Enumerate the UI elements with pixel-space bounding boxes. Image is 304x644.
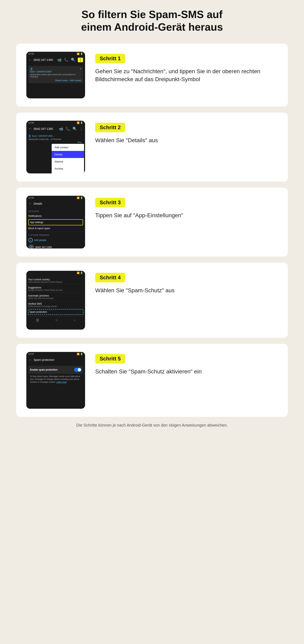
footer-text: Die Schritte können je nach Android-Gerä… xyxy=(76,423,228,427)
time-3: 12:04 xyxy=(28,196,34,199)
dropdown-menu: Add contact Details Starred Archive Dele… xyxy=(52,144,84,174)
step-4-content: Schritt 4 Wählen Sie "Spam-Schutz" aus xyxy=(95,271,278,294)
spam-toggle[interactable] xyxy=(74,368,81,372)
pref-spam[interactable]: Spam protection xyxy=(28,309,83,315)
call-icon-2: 📞 xyxy=(66,126,70,131)
header-icons-2: 📹 📞 🔍 ⋮ xyxy=(59,126,83,131)
pref-suggestions: Suggestions Google Assistant, Smart Repl… xyxy=(28,285,83,293)
back-arrow-1: ← xyxy=(28,58,32,62)
add-people-row[interactable]: + Add people xyxy=(28,237,83,244)
call-icon: 📞 xyxy=(64,58,68,62)
title-line2: einem Android-Gerät heraus xyxy=(81,21,223,33)
menu-archive[interactable]: Archive xyxy=(52,165,84,172)
options-label: OPTIONS xyxy=(28,210,83,213)
video-icon: 📹 xyxy=(57,58,62,62)
time-5: 12:07 xyxy=(28,353,34,355)
header-title-3: Details xyxy=(34,202,83,205)
status-icons-3: 📶 🔋 xyxy=(77,196,83,199)
step-4-card: 📶 🔋 Your current country Automatically d… xyxy=(16,263,288,338)
step1-buttons: Report spam Add contact xyxy=(30,79,81,82)
menu-add-contact[interactable]: Add contact xyxy=(52,144,84,151)
learn-more-link[interactable]: Learn more xyxy=(56,381,67,383)
status-bar-1: 12:03 📶 🔋 xyxy=(26,52,85,56)
person-number: (844) 347-1360 xyxy=(35,246,52,248)
other-person-label: 1 OTHER PERSON xyxy=(28,233,83,237)
step-5-card: 12:07 📶 🔋 ← Spam protection Enable spam … xyxy=(16,344,288,417)
step-5-phone: 12:07 📶 🔋 ← Spam protection Enable spam … xyxy=(26,352,85,409)
person-row: 👤 (844) 347-1360 xyxy=(28,244,83,248)
back-arrow-2: ← xyxy=(28,126,32,131)
step-1-badge: Schritt 1 xyxy=(95,54,125,63)
title-line1: So filtern Sie Spam-SMS auf xyxy=(81,8,222,20)
spam-header-title: Spam protection xyxy=(34,358,54,362)
three-dot-icon-2[interactable]: ⋮ xyxy=(79,126,83,131)
pref-verified: Verified SMS Verify business message sen… xyxy=(28,301,83,309)
phone-header-1: ← (844) 347-1360 📹 📞 🔍 ⋮ xyxy=(26,56,85,64)
report-spam-btn[interactable]: Report spam xyxy=(55,79,68,82)
notif-title: Save +18443471360? xyxy=(30,70,81,73)
saving-text: Saving this contact als... to Personal xyxy=(28,138,83,140)
block-report-item[interactable]: Block & report spam xyxy=(28,225,83,232)
add-circle-icon: + xyxy=(28,238,33,242)
step-2-badge: Schritt 2 xyxy=(95,123,125,132)
three-dot-icon[interactable]: ⋮ xyxy=(78,58,83,62)
status-bar-5: 12:07 📶 🔋 xyxy=(26,352,85,356)
page-title: So filtern Sie Spam-SMS auf einem Androi… xyxy=(16,8,288,34)
add-people-text: Add people xyxy=(34,239,46,242)
back-arrow-3: ← xyxy=(28,202,32,206)
add-contact-btn[interactable]: Add contact xyxy=(70,79,81,82)
spam-desc-text: To help detect spam, Messages sends some… xyxy=(30,375,80,383)
step-5-text: Schalten Sie "Spam-Schutz aktivieren" ei… xyxy=(95,368,278,376)
bottom-nav: ||| ○ ‹ xyxy=(28,316,83,323)
search-icon-2: 🔍 xyxy=(73,126,77,131)
step-3-text: Tippen Sie auf "App-Einstellungen" xyxy=(95,211,278,219)
status-icons-4: 📶 🔋 xyxy=(77,272,83,274)
step-5-content: Schritt 5 Schalten Sie "Spam-Schutz akti… xyxy=(95,352,278,376)
home-icon: ||| xyxy=(36,318,39,322)
search-icon: 🔍 xyxy=(71,58,75,62)
step-4-badge: Schritt 4 xyxy=(95,273,125,282)
phone-header-3: ← Details xyxy=(26,200,85,208)
notif-sub: Saving this contact also moves the conve… xyxy=(30,74,81,78)
app-settings-item[interactable]: App settings xyxy=(28,219,83,225)
time-2: 12:04 xyxy=(28,122,34,124)
status-icons-1: 📶 🔋 xyxy=(77,52,83,55)
phone-body-1: 👤 ✕ Save +18443471360? Saving this conta… xyxy=(26,64,85,86)
pref-previews: Automatic previews Show only web link pr… xyxy=(28,293,83,301)
person-avatar: 👤 xyxy=(28,244,34,248)
save-notification: 👤 ✕ Save +18443471360? Saving this conta… xyxy=(28,66,83,83)
header-title-2: (844) 347-1360 xyxy=(34,127,57,130)
time-1: 12:03 xyxy=(28,52,34,55)
step-1-text: Gehen Sie zu "Nachrichten", und tippen S… xyxy=(95,67,278,83)
step-2-text: Wählen Sie "Details" aus xyxy=(95,136,278,144)
save-contact-label: 👤 Save +18443471360... xyxy=(28,135,83,137)
step-3-content: Schritt 3 Tippen Sie auf "App-Einstellun… xyxy=(95,196,278,219)
step-3-phone: 12:04 📶 🔋 ← Details OPTIONS Notification… xyxy=(26,196,85,248)
phone-header-2: ← (844) 347-1360 📹 📞 🔍 ⋮ xyxy=(26,125,85,133)
spam-desc: To help detect spam, Messages sends some… xyxy=(28,375,83,384)
back-arrow-5: ← xyxy=(28,358,32,362)
notifications-item[interactable]: Notifications xyxy=(28,213,83,219)
step-1-phone: 12:03 📶 🔋 ← (844) 347-1360 📹 📞 🔍 ⋮ 👤 ✕ S… xyxy=(26,52,85,98)
status-bar-4: 📶 🔋 xyxy=(26,271,85,275)
phone-body-2: 👤 Save +18443471360... Saving this conta… xyxy=(26,133,85,169)
phone-body-5: Enable spam protection To help detect sp… xyxy=(26,364,85,386)
status-icons-5: 📶 🔋 xyxy=(77,353,83,355)
status-icons-2: 📶 🔋 xyxy=(77,122,83,124)
rep-text: Rep... xyxy=(28,141,83,144)
menu-details[interactable]: Details xyxy=(52,151,84,158)
status-bar-3: 12:04 📶 🔋 xyxy=(26,196,85,200)
spam-protection-header: ← Spam protection xyxy=(26,356,85,364)
spam-toggle-label: Enable spam protection xyxy=(30,368,57,371)
footer-note: Die Schritte können je nach Android-Gerä… xyxy=(16,423,288,428)
menu-starred[interactable]: Starred xyxy=(52,158,84,165)
step-2-content: Schritt 2 Wählen Sie "Details" aus xyxy=(95,121,278,144)
step-4-phone: 📶 🔋 Your current country Automatically d… xyxy=(26,271,85,330)
menu-delete[interactable]: Delete xyxy=(52,172,84,174)
step-3-badge: Schritt 3 xyxy=(95,198,125,207)
step-1-card: 12:03 📶 🔋 ← (844) 347-1360 📹 📞 🔍 ⋮ 👤 ✕ S… xyxy=(16,44,288,106)
circle-icon: ○ xyxy=(55,318,57,322)
step-1-content: Schritt 1 Gehen Sie zu "Nachrichten", un… xyxy=(95,52,278,83)
step-3-card: 12:04 📶 🔋 ← Details OPTIONS Notification… xyxy=(16,188,288,256)
step-2-phone: 12:04 📶 🔋 ← (844) 347-1360 📹 📞 🔍 ⋮ 👤 Sav… xyxy=(26,121,85,174)
